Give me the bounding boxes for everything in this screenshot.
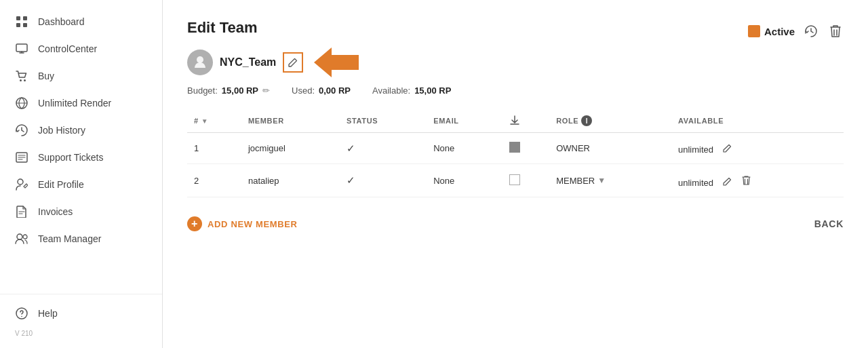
row2-number: 2	[187, 164, 241, 197]
delete-team-button[interactable]	[827, 22, 844, 41]
content-header-left: Edit Team NYC_Team	[187, 19, 748, 111]
svg-point-11	[23, 235, 27, 239]
budget-label: Budget:	[187, 85, 218, 96]
version-label: V 210	[0, 327, 162, 340]
row1-email: None	[427, 133, 502, 164]
row2-status: ✓	[340, 164, 427, 197]
table-row: 2 nataliep ✓ None MEMBER ▼ unlimited	[187, 164, 844, 197]
sidebar-label-edit-profile: Edit Profile	[38, 179, 84, 190]
sidebar-item-invoices[interactable]: Invoices	[0, 198, 162, 225]
sort-icon[interactable]: ▼	[201, 117, 209, 125]
sidebar-item-controlcenter[interactable]: ControlCenter	[0, 35, 162, 62]
available-label: Available:	[372, 85, 410, 96]
role-dropdown-icon[interactable]: ▼	[597, 176, 606, 185]
svg-rect-1	[23, 16, 27, 20]
sidebar-item-support-tickets[interactable]: Support Tickets	[0, 144, 162, 171]
team-name-row: NYC_Team	[187, 47, 748, 77]
monitor-icon	[15, 42, 28, 56]
available-value: 15,00 RP	[414, 85, 451, 96]
role-info-icon[interactable]: i	[581, 115, 592, 126]
globe-icon	[15, 96, 28, 110]
sidebar-label-controlcenter: ControlCenter	[38, 43, 97, 54]
add-member-button[interactable]: + ADD NEW MEMBER	[187, 216, 298, 231]
cart-icon	[15, 69, 28, 83]
svg-rect-2	[16, 23, 20, 27]
row2-color-box	[509, 174, 520, 185]
row1-role: OWNER	[549, 133, 671, 164]
bottom-row: + ADD NEW MEMBER BACK	[187, 216, 844, 231]
used-label: Used:	[292, 85, 315, 96]
edit-team-name-button[interactable]	[283, 52, 303, 73]
back-button[interactable]: BACK	[814, 218, 844, 229]
used-item: Used: 0,00 RP	[292, 85, 351, 96]
svg-rect-4	[16, 44, 27, 52]
svg-point-14	[197, 56, 203, 63]
team-name-text: NYC_Team	[220, 56, 276, 69]
col-status: STATUS	[340, 111, 427, 133]
list-icon	[15, 151, 28, 164]
svg-point-13	[21, 316, 22, 317]
available-item: Available: 15,00 RP	[372, 85, 451, 96]
row1-edit-available-button[interactable]	[720, 141, 734, 155]
row1-color	[502, 133, 550, 164]
col-email: EMAIL	[427, 111, 502, 133]
status-label: Active	[764, 26, 795, 37]
team-avatar	[187, 50, 213, 75]
row1-status: ✓	[340, 133, 427, 164]
status-dot	[748, 25, 760, 37]
help-icon	[15, 307, 28, 320]
col-available: AVAILABLE	[671, 111, 844, 133]
page-title: Edit Team	[187, 19, 748, 37]
sidebar-label-support-tickets: Support Tickets	[38, 152, 104, 163]
used-value: 0,00 RP	[319, 85, 351, 96]
sidebar-item-team-manager[interactable]: Team Manager	[0, 225, 162, 252]
history-button[interactable]	[802, 22, 821, 41]
budget-row: Budget: 15,00 RP ✏ Used: 0,00 RP Availab…	[187, 85, 748, 96]
sidebar-label-help: Help	[38, 308, 58, 319]
main-content: Edit Team NYC_Team	[163, 0, 868, 348]
row2-delete-button[interactable]	[739, 172, 753, 189]
row2-email: None	[427, 164, 502, 197]
add-member-label: ADD NEW MEMBER	[208, 219, 298, 229]
svg-point-5	[20, 79, 22, 81]
status-badge: Active	[748, 25, 795, 37]
sidebar-item-job-history[interactable]: Job History	[0, 117, 162, 144]
sidebar-label-team-manager: Team Manager	[38, 233, 101, 244]
add-circle-icon: +	[187, 216, 202, 231]
sidebar-item-edit-profile[interactable]: Edit Profile	[0, 171, 162, 198]
col-number: # ▼	[187, 111, 241, 133]
row1-role-label: OWNER	[556, 143, 590, 153]
svg-rect-0	[16, 16, 20, 20]
content-header: Edit Team NYC_Team	[187, 19, 844, 111]
col-member: MEMBER	[241, 111, 340, 133]
table-row: 1 jocmiguel ✓ None OWNER unlimited	[187, 133, 844, 164]
table-header: # ▼ MEMBER STATUS EMAIL ROLE i	[187, 111, 844, 133]
row1-number: 1	[187, 133, 241, 164]
user-edit-icon	[15, 178, 28, 191]
row2-color	[502, 164, 550, 197]
sidebar-label-dashboard: Dashboard	[38, 16, 85, 27]
sidebar-item-buy[interactable]: Buy	[0, 62, 162, 90]
budget-item: Budget: 15,00 RP ✏	[187, 85, 270, 96]
edit-budget-icon[interactable]: ✏	[262, 85, 270, 96]
annotation-arrow	[314, 47, 359, 77]
svg-point-10	[17, 234, 22, 239]
row2-check-icon: ✓	[347, 174, 355, 186]
grid-icon	[15, 15, 28, 28]
sidebar-item-dashboard[interactable]: Dashboard	[0, 8, 162, 35]
history-icon	[15, 123, 28, 137]
svg-point-9	[18, 179, 23, 185]
sidebar-label-job-history: Job History	[38, 125, 85, 136]
sidebar-label-buy: Buy	[38, 71, 54, 81]
sidebar: Dashboard ControlCenter Buy Unli	[0, 0, 163, 348]
row2-available: unlimited	[671, 164, 844, 197]
svg-rect-3	[23, 23, 27, 27]
sidebar-label-invoices: Invoices	[38, 206, 73, 217]
sidebar-item-help[interactable]: Help	[0, 300, 162, 327]
sidebar-item-unlimited-render[interactable]: Unlimited Render	[0, 90, 162, 117]
members-table: # ▼ MEMBER STATUS EMAIL ROLE i	[187, 111, 844, 197]
row2-member: nataliep	[241, 164, 340, 197]
row1-color-box	[509, 142, 520, 153]
row1-check-icon: ✓	[347, 142, 355, 154]
row2-edit-available-button[interactable]	[720, 174, 734, 189]
